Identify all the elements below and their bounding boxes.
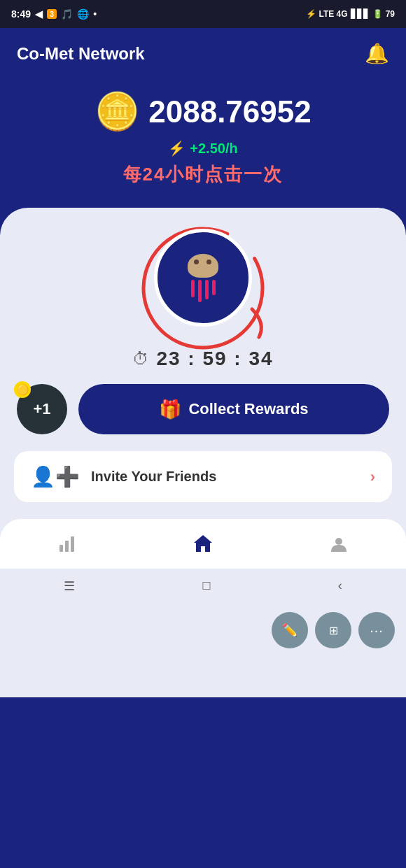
- status-app-icon1: 3: [47, 9, 57, 19]
- plus-button-label: +1: [33, 400, 50, 418]
- invite-left: 👤➕ Invite Your Friends: [31, 465, 216, 488]
- invite-label: Invite Your Friends: [91, 469, 216, 485]
- invite-icon: 👤➕: [31, 465, 80, 488]
- balance-row: 🪙 2088.76952: [17, 90, 389, 133]
- nav-item-stats[interactable]: [44, 532, 90, 560]
- status-right: ⚡ LTE 4G ▋▋▋ 🔋 79: [306, 9, 395, 19]
- back-angle-icon: ‹: [338, 578, 342, 594]
- svg-point-4: [335, 538, 342, 545]
- timer-row: ⏱ 23 : 59 : 34: [0, 327, 406, 384]
- coin-badge: 🟡: [14, 381, 31, 398]
- battery-icon: 🔋: [372, 9, 383, 19]
- fab-edit-button[interactable]: ✏️: [272, 612, 308, 648]
- gift-icon: 🎁: [159, 399, 181, 420]
- collect-rewards-button[interactable]: 🎁 Collect Rewards: [78, 384, 389, 434]
- nav-item-home[interactable]: [178, 530, 227, 562]
- timer-icon: ⏱: [132, 349, 149, 369]
- signal-bars: ▋▋▋: [351, 9, 370, 19]
- menu-lines-icon: ☰: [64, 578, 75, 594]
- status-icon2: 🎵: [61, 8, 73, 20]
- battery-level: 79: [386, 9, 395, 19]
- nav-item-profile[interactable]: [316, 532, 362, 560]
- bottom-nav: [0, 519, 406, 569]
- chevron-right-icon: ›: [370, 468, 375, 486]
- svg-rect-2: [65, 541, 69, 552]
- action-buttons: 🟡 +1 🎁 Collect Rewards: [0, 384, 406, 451]
- lightning-icon: ⚡: [168, 140, 186, 157]
- main-content: ⏱ 23 : 59 : 34 🟡 +1 🎁 Collect Rewards 👤➕…: [0, 208, 406, 697]
- svg-rect-3: [71, 536, 74, 552]
- fab-grid-button[interactable]: ⊞: [315, 612, 351, 648]
- plus-one-button[interactable]: 🟡 +1: [17, 384, 67, 434]
- status-time: 8:49: [11, 8, 31, 20]
- status-dot: •: [93, 8, 97, 20]
- subtitle-label: 每24小时点击一次: [123, 164, 284, 185]
- android-nav-hints: ☰ □ ‹: [0, 569, 406, 599]
- app-title: Co-Met Network: [17, 44, 145, 64]
- subtitle-text: 每24小时点击一次: [17, 162, 389, 187]
- app-container: Co-Met Network 🔔 🪙 2088.76952 ⚡ +2.50/h …: [0, 28, 406, 868]
- fab-area: ✏️ ⊞ ···: [272, 612, 395, 648]
- signal-text: LTE 4G: [319, 9, 348, 19]
- collect-rewards-label: Collect Rewards: [188, 400, 308, 418]
- status-bar: 8:49 ◀ 3 🎵 🌐 • ⚡ LTE 4G ▋▋▋ 🔋 79: [0, 0, 406, 28]
- grid-icon: ⊞: [329, 624, 338, 637]
- coin-icon: 🪙: [94, 90, 140, 133]
- rate-text: +2.50/h: [190, 141, 237, 157]
- edit-icon: ✏️: [282, 622, 298, 638]
- center-button-area: [0, 208, 406, 327]
- timer-display: 23 : 59 : 34: [156, 348, 273, 370]
- more-icon: ···: [370, 622, 384, 639]
- home-icon: [192, 533, 214, 559]
- square-icon: □: [203, 578, 211, 594]
- status-icon3: 🌐: [77, 8, 89, 20]
- app-header: Co-Met Network 🔔: [0, 28, 406, 76]
- mascot-figure: [175, 250, 231, 306]
- svg-rect-1: [59, 545, 63, 552]
- balance-amount: 2088.76952: [148, 94, 311, 129]
- stats-icon: [58, 535, 76, 557]
- balance-section: 🪙 2088.76952 ⚡ +2.50/h 每24小时点击一次: [0, 76, 406, 208]
- invite-friends-row[interactable]: 👤➕ Invite Your Friends ›: [14, 451, 392, 502]
- profile-icon: [330, 535, 348, 557]
- status-arrow-icon: ◀: [35, 8, 43, 20]
- rate-row: ⚡ +2.50/h: [17, 140, 389, 157]
- bluetooth-icon: ⚡: [306, 9, 316, 19]
- status-left: 8:49 ◀ 3 🎵 🌐 •: [11, 8, 97, 20]
- bell-icon[interactable]: 🔔: [365, 42, 389, 65]
- fab-more-button[interactable]: ···: [358, 612, 395, 648]
- main-tap-button[interactable]: [154, 229, 252, 327]
